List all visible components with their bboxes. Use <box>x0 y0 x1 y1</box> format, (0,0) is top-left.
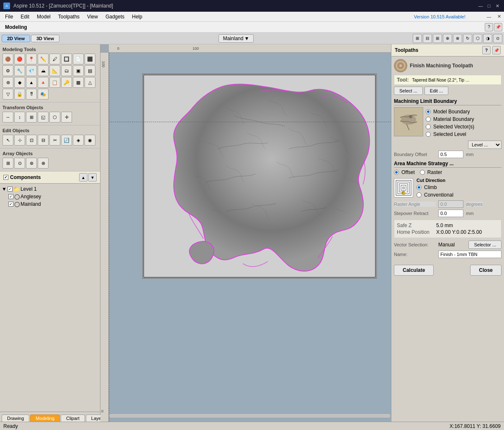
minimize-button[interactable]: — <box>477 3 484 9</box>
tool-1[interactable]: 🟤 <box>3 54 13 64</box>
menu-toolpaths[interactable]: Toolpaths <box>55 13 83 20</box>
menu-file[interactable]: File <box>2 13 16 20</box>
array-4[interactable]: ⊗ <box>38 158 49 169</box>
close-button[interactable]: Close <box>470 265 501 276</box>
array-2[interactable]: ⊙ <box>14 158 25 169</box>
edit-3[interactable]: ⊡ <box>26 135 37 146</box>
panel-help-btn[interactable]: ? <box>482 46 491 54</box>
help-button[interactable]: ? <box>485 23 493 31</box>
menu-model[interactable]: Model <box>33 13 54 20</box>
tool-21[interactable]: 📋 <box>49 77 60 88</box>
level1-checkbox[interactable] <box>8 187 13 192</box>
mirror-icon[interactable]: ⊗ <box>453 34 462 43</box>
tool-28[interactable]: 🎭 <box>38 89 49 100</box>
rotate-icon[interactable]: ↻ <box>463 34 472 43</box>
close-button[interactable]: ✕ <box>494 3 501 9</box>
tool-7[interactable]: 📄 <box>73 54 84 64</box>
radio-climb[interactable]: Climb <box>417 184 453 190</box>
tool-22[interactable]: 🔑 <box>61 77 72 88</box>
transform-1[interactable]: ↔ <box>3 112 13 123</box>
tool-5[interactable]: 🖊 <box>49 54 60 64</box>
tab-modeling[interactable]: Modeling <box>30 415 60 422</box>
tool-24[interactable]: △ <box>85 77 95 88</box>
snap-icon[interactable]: ⊕ <box>443 34 452 43</box>
transform-4[interactable]: ◱ <box>38 112 49 123</box>
tool-9[interactable]: ⚙ <box>3 65 13 76</box>
tab-3d-view[interactable]: 3D View <box>31 35 59 42</box>
panel-close-btn[interactable]: ✕ <box>496 13 502 20</box>
tool-18[interactable]: ◆ <box>14 77 25 88</box>
tab-drawing[interactable]: Drawing <box>2 415 29 422</box>
tab-2d-view[interactable]: 2D View <box>2 35 30 42</box>
select-tool-button[interactable]: Select ... <box>394 87 423 95</box>
panel-minimize-btn[interactable]: — <box>486 13 492 20</box>
tool-6[interactable]: 🔲 <box>61 54 72 64</box>
tool-17[interactable]: ⊛ <box>3 77 13 88</box>
radio-selected-vectors[interactable]: Selected Vector(s) <box>426 124 474 130</box>
comp-down-button[interactable]: ▼ <box>88 173 97 182</box>
grid-icon[interactable]: ⊞ <box>433 34 442 43</box>
tool-10[interactable]: 🔧 <box>14 65 25 76</box>
tool-3[interactable]: 📍 <box>26 54 37 64</box>
radio-material-boundary[interactable]: Material Boundary <box>426 116 474 122</box>
selector-button[interactable]: Selector ... <box>468 241 501 249</box>
tool-25[interactable]: ▽ <box>3 89 13 100</box>
level-dropdown[interactable]: Level ... <box>468 141 501 149</box>
mainland-dropdown[interactable]: Mainland ▼ <box>219 34 254 43</box>
extra-icon[interactable]: ⊙ <box>493 34 502 43</box>
tool-13[interactable]: 📐 <box>49 65 60 76</box>
array-1[interactable]: ⊞ <box>3 158 13 169</box>
edit-6[interactable]: 🔃 <box>61 135 72 146</box>
horizontal-scrollbar[interactable] <box>109 413 391 418</box>
panel-pin-btn[interactable]: 📌 <box>492 46 501 54</box>
menu-gadgets[interactable]: Gadgets <box>102 13 128 20</box>
edit-5[interactable]: ✂ <box>49 135 60 146</box>
tool-15[interactable]: ▣ <box>73 65 84 76</box>
name-input[interactable] <box>438 251 501 258</box>
tool-23[interactable]: ▦ <box>73 77 84 88</box>
transform-2[interactable]: ↕ <box>14 112 25 123</box>
canvas-area[interactable]: 0 100 100 0 <box>100 44 391 422</box>
edit-4[interactable]: ⊟ <box>38 135 49 146</box>
pin-button[interactable]: 📌 <box>494 23 502 31</box>
tab-clipart[interactable]: Clipart <box>61 415 85 422</box>
radio-selected-level[interactable]: Selected Level <box>426 131 474 137</box>
tool-26[interactable]: 🔒 <box>14 89 25 100</box>
transform-3[interactable]: ⊞ <box>26 112 37 123</box>
anglesey-checkbox[interactable] <box>8 194 13 199</box>
menu-edit[interactable]: Edit <box>17 13 33 20</box>
calculate-button[interactable]: Calculate <box>394 265 434 276</box>
tool-16[interactable]: ▤ <box>85 65 95 76</box>
window-controls[interactable]: — □ ✕ <box>477 3 501 9</box>
radio-model-boundary[interactable]: Model Boundary <box>426 109 474 115</box>
comp-up-button[interactable]: ▲ <box>79 173 87 182</box>
tool-14[interactable]: 🗂 <box>61 65 72 76</box>
zoom-select-icon[interactable]: ⊟ <box>423 34 432 43</box>
edit-7[interactable]: ◈ <box>73 135 84 146</box>
view-3d-icon[interactable]: ⬡ <box>473 34 482 43</box>
edit-1[interactable]: ↖ <box>3 135 13 146</box>
edit-8[interactable]: ◉ <box>85 135 95 146</box>
menu-help[interactable]: Help <box>129 13 146 20</box>
tool-27[interactable]: 🎖 <box>26 89 37 100</box>
radio-offset[interactable]: Offset <box>394 169 415 175</box>
array-3[interactable]: ⊛ <box>26 158 37 169</box>
tool-19[interactable]: ▲ <box>26 77 37 88</box>
tool-20[interactable]: 🔺 <box>38 77 49 88</box>
edit-tool-button[interactable]: Edit ... <box>424 87 448 95</box>
radio-raster[interactable]: Raster <box>420 169 442 175</box>
boundary-offset-input[interactable] <box>438 151 463 158</box>
stepover-retract-input[interactable] <box>438 210 463 217</box>
transform-5[interactable]: ⬡ <box>49 112 60 123</box>
menu-view[interactable]: View <box>84 13 101 20</box>
components-checkbox[interactable] <box>3 175 8 180</box>
radio-conventional[interactable]: Conventional <box>417 192 453 198</box>
maximize-button[interactable]: □ <box>486 3 492 9</box>
transform-6[interactable]: ✛ <box>61 112 72 123</box>
tool-12[interactable]: ⛰ <box>38 65 49 76</box>
tool-4[interactable]: ✏️ <box>38 54 49 64</box>
tool-11[interactable]: 💎 <box>26 65 37 76</box>
tool-8[interactable]: ⬛ <box>85 54 95 64</box>
tool-2[interactable]: 🔴 <box>14 54 25 64</box>
shade-icon[interactable]: ◑ <box>483 34 492 43</box>
